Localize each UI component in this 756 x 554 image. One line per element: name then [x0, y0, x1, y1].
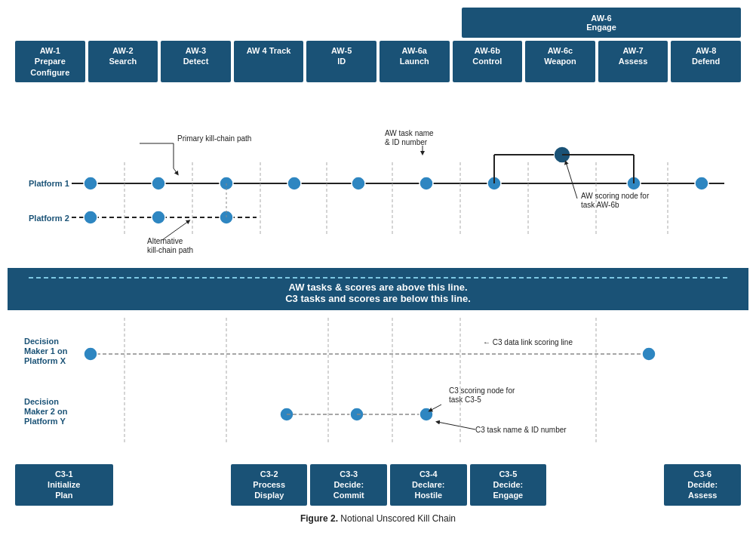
aw-engage-box: AW-6 Engage [462, 8, 741, 38]
p1-aw6a-node [419, 177, 433, 190]
aw-engage-label: AW-6 Engage [586, 14, 616, 32]
aw-box-aw7: AW-7 Assess [598, 41, 668, 82]
c3-box-c3-3: C3-3 Decide: Commit [310, 464, 387, 506]
figure-bold: Figure 2. [300, 513, 338, 524]
c3-box-c3-2: C3-2 Process Display [231, 464, 308, 506]
c3-scoring-node-label1: C3 scoring node for [449, 386, 515, 395]
dm1-label2: Maker 1 on [24, 346, 68, 355]
aw-header-row: AW-1 Prepare ConfigureAW-2 SearchAW-3 De… [8, 41, 748, 82]
p1-aw2-node [152, 177, 165, 190]
kill-chain-diagram: Platform 1 Platform 2 Primary kill-chain… [15, 87, 756, 268]
c3-box-c3-4: C3-4 Declare: Hostile [390, 464, 467, 506]
platform2-label: Platform 2 [29, 214, 69, 223]
platform1-label: Platform 1 [29, 179, 69, 188]
divider-band: AW tasks & scores are above this line. C… [8, 268, 748, 310]
p1-aw1-node [84, 177, 97, 190]
aw-box-aw2: AW-2 Search [88, 41, 158, 82]
aw-engage-row: AW-6 Engage [8, 8, 748, 38]
p1-aw8-node [695, 177, 708, 190]
c3-box-c3-6: C3-6 Decide: Assess [664, 464, 741, 506]
c3-scoring-node-label2: task C3-5 [449, 395, 481, 404]
dm1-right-node [642, 347, 656, 361]
svg-line-5 [566, 162, 577, 199]
dm2-label2: Maker 2 on [24, 407, 68, 416]
c3-diagram: Decision Maker 1 on Platform X Decision … [15, 310, 756, 461]
c3-box-gap2 [549, 464, 661, 506]
aw-box-aw6a: AW-6a Launch [380, 41, 450, 82]
aw-box-aw6b: AW-6b Control [453, 41, 523, 82]
c3-area: Decision Maker 1 on Platform X Decision … [8, 310, 748, 461]
svg-line-2 [174, 168, 177, 174]
p2-aw2-node [152, 211, 165, 224]
aw-box-aw8: AW-8 Defend [671, 41, 741, 82]
svg-line-7 [438, 422, 475, 429]
aw-box-aw3: AW-3 Detect [161, 41, 231, 82]
aw-scoring-node-label2: task AW-6b [581, 201, 619, 209]
p1-aw4-node [287, 177, 301, 190]
c3-task-name-label1: C3 task name & ID number [475, 426, 567, 434]
svg-line-6 [430, 405, 441, 411]
c3-box-c3-1: C3-1 Initialize Plan [15, 464, 113, 506]
c3-box-c3-5: C3-5 Decide: Engage [470, 464, 547, 506]
c3-box-gap1 [116, 464, 228, 506]
alt-path-label2: kill-chain path [147, 246, 193, 254]
aw-scoring-node-label1: AW scoring node for [581, 192, 650, 200]
divider-line2: C3 tasks and scores are below this line. [14, 293, 742, 304]
dm2-label3: Platform Y [24, 417, 66, 426]
dm2-c3-5-node [419, 408, 433, 421]
dashed-line [29, 277, 727, 279]
primary-path-label: Primary kill-chain path [177, 134, 251, 143]
dm1-c3-1-node [84, 347, 97, 361]
figure-normal: Notional Unscored Kill Chain [338, 513, 456, 524]
diagram-area: Platform 1 Platform 2 Primary kill-chain… [8, 87, 748, 268]
figure-caption: Figure 2. Notional Unscored Kill Chain [8, 513, 748, 524]
p1-aw5-node [352, 177, 365, 190]
dm1-label1: Decision [24, 337, 59, 346]
c3-boxes-row: C3-1 Initialize PlanC3-2 Process Display… [8, 464, 748, 506]
dm2-label1: Decision [24, 397, 59, 406]
c3-data-link-label: ← C3 data link scoring line [483, 338, 573, 346]
divider-line1: AW tasks & scores are above this line. [14, 282, 742, 293]
aw-box-aw4: AW 4 Track [234, 41, 304, 82]
aw-box-aw6c: AW-6c Weapon [525, 41, 595, 82]
aw-box-aw1: AW-1 Prepare Configure [15, 41, 85, 82]
dm1-label3: Platform X [24, 356, 66, 365]
aw-task-id-label: & ID number [385, 138, 428, 146]
aw-task-name-label: AW task name [385, 129, 434, 137]
p2-aw1-node [84, 211, 97, 224]
aw-box-aw5: AW-5 ID [306, 41, 376, 82]
